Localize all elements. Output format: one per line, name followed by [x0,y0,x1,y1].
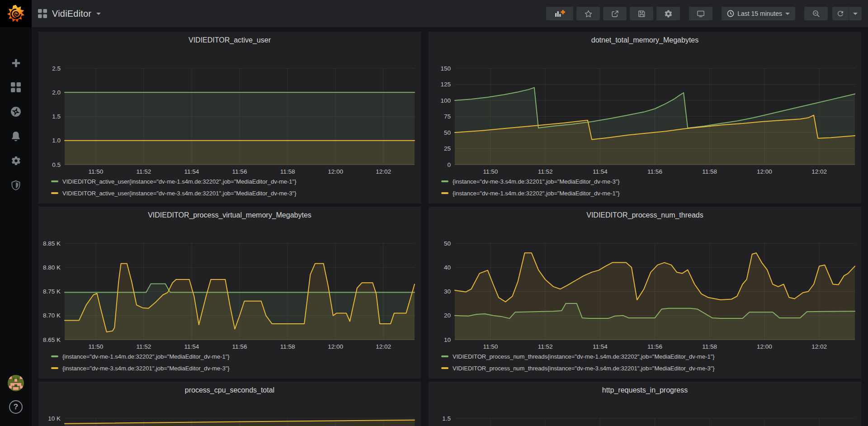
svg-text:11:56: 11:56 [232,343,247,349]
gear-icon [664,9,673,18]
cycle-view-mode-button[interactable] [689,7,712,20]
bell-icon [11,131,21,142]
time-range-label: Last 15 minutes [737,10,782,17]
svg-text:11:52: 11:52 [137,343,151,349]
plus-icon [11,58,21,68]
clock-icon [727,10,734,17]
svg-text:8.65 K: 8.65 K [43,336,61,343]
grafana-app: ? VidiEditor [0,0,868,426]
svg-text:11:52: 11:52 [137,168,151,174]
legend-label[interactable]: {instance="dv-me-1.s4m.de:32202",job="Me… [62,353,230,360]
legend-item: VIDIEDITOR_process_num_threads{instance=… [441,350,857,362]
legend-color-dash [51,192,58,194]
sidebar-item-explore[interactable] [0,99,32,124]
navbar-actions: Last 15 minutes [543,7,868,20]
chevron-down-icon [96,13,101,15]
svg-text:12:00: 12:00 [757,168,772,174]
legend-item: VIDIEDITOR_active_user{instance="dv-me-3… [51,187,416,199]
legend-label[interactable]: VIDIEDITOR_active_user{instance="dv-me-1… [62,178,297,185]
svg-text:0: 0 [447,161,451,168]
panel: http_requests_in_progress 1.511:5011:521… [429,382,861,426]
svg-text:50: 50 [444,129,451,136]
legend-label[interactable]: VIDIEDITOR_process_num_threads{instance=… [453,365,715,372]
panel-title[interactable]: VIDIEDITOR_process_num_threads [429,211,861,219]
svg-text:8.80 K: 8.80 K [43,264,61,271]
share-dashboard-button[interactable] [603,7,627,20]
chart-canvas: 150125100755025011:5011:5211:5411:5611:5… [429,52,861,174]
panel: VIDIEDITOR_process_num_threads 504030201… [429,207,861,379]
svg-text:12:02: 12:02 [376,168,391,174]
refresh-button[interactable] [832,7,849,20]
legend-item: {instance="dv-me-3.s4m.de:32201",job="Me… [51,362,416,374]
legend: VIDIEDITOR_active_user{instance="dv-me-1… [51,175,416,199]
dashboard-title-picker[interactable]: VidiEditor [32,9,101,19]
svg-text:11:54: 11:54 [184,168,199,174]
save-dashboard-button[interactable] [630,7,653,20]
svg-text:40: 40 [444,264,451,271]
sidebar-item-alerting[interactable] [0,124,32,148]
svg-text:12:00: 12:00 [328,343,343,349]
add-panel-button[interactable] [546,7,573,20]
legend: {instance="dv-me-3.s4m.de:32201",job="Me… [441,175,857,199]
star-icon [584,9,593,18]
chevron-down-icon [785,13,790,15]
svg-text:12:00: 12:00 [757,343,772,349]
panel: process_cpu_seconds_total 10 K11:5011:52… [38,382,421,426]
chevron-down-icon [853,13,858,15]
legend-item: VIDIEDITOR_process_num_threads{instance=… [441,362,857,374]
svg-text:10 K: 10 K [48,415,61,422]
star-dashboard-button[interactable] [576,7,600,20]
svg-text:8.75 K: 8.75 K [43,288,61,295]
svg-text:11:50: 11:50 [89,168,104,174]
svg-text:11:56: 11:56 [647,168,662,174]
sidebar-item-configuration[interactable] [0,148,32,173]
panel-title[interactable]: process_cpu_seconds_total [38,386,421,394]
magnifier-minus-icon [812,9,821,18]
dashboard-title: VidiEditor [52,9,91,19]
panel-title[interactable]: dotnet_total_memory_Megabytes [429,36,861,44]
legend-color-dash [51,180,58,182]
legend-label[interactable]: {instance="dv-me-3.s4m.de:32201",job="Me… [453,178,620,185]
legend-label[interactable]: {instance="dv-me-3.s4m.de:32201",job="Me… [62,365,230,372]
legend-item: VIDIEDITOR_active_user{instance="dv-me-1… [51,175,416,187]
sidebar-item-create[interactable] [0,51,32,75]
monitor-icon [696,9,705,18]
help-button[interactable]: ? [9,400,23,414]
legend-item: {instance="dv-me-1.s4m.de:32202",job="Me… [441,187,857,199]
svg-text:100: 100 [440,97,451,104]
legend-color-dash [441,192,448,194]
legend-label[interactable]: VIDIEDITOR_active_user{instance="dv-me-3… [62,190,297,197]
grafana-logo-icon [6,4,25,23]
panel-title[interactable]: VIDIEDITOR_process_virtual_memory_Megaby… [38,211,421,219]
legend-color-dash [51,355,58,357]
zoom-out-button[interactable] [804,7,828,20]
svg-text:12:00: 12:00 [328,168,343,174]
refresh-interval-dropdown[interactable] [849,7,862,20]
svg-text:1.5: 1.5 [52,113,61,120]
legend-color-dash [441,355,448,357]
svg-text:8.85 K: 8.85 K [43,240,61,247]
navbar: VidiEditor [32,0,868,27]
legend: {instance="dv-me-1.s4m.de:32202",job="Me… [51,350,416,374]
svg-text:2.0: 2.0 [52,89,61,96]
svg-text:2.5: 2.5 [52,65,61,72]
help-label: ? [14,402,18,412]
legend-label[interactable]: VIDIEDITOR_process_num_threads{instance=… [453,353,715,360]
panel-title[interactable]: VIDIEDITOR_active_user [38,36,421,44]
panel-title[interactable]: http_requests_in_progress [429,386,861,394]
legend-label[interactable]: {instance="dv-me-1.s4m.de:32202",job="Me… [453,190,620,197]
svg-text:11:58: 11:58 [280,168,295,174]
sidebar-item-dashboards[interactable] [0,75,32,99]
svg-text:11:58: 11:58 [702,343,717,349]
time-range-picker[interactable]: Last 15 minutes [722,7,795,20]
grafana-logo[interactable] [0,0,32,27]
user-avatar[interactable] [8,375,24,391]
legend-color-dash [51,367,58,369]
dashboard-settings-button[interactable] [656,7,680,20]
legend-item: {instance="dv-me-1.s4m.de:32202",job="Me… [51,350,416,362]
sidebar-item-server-admin[interactable] [0,173,32,197]
svg-text:12:02: 12:02 [811,168,827,174]
refresh-icon [836,9,844,18]
add-panel-icon [554,9,565,18]
svg-text:125: 125 [440,81,451,88]
